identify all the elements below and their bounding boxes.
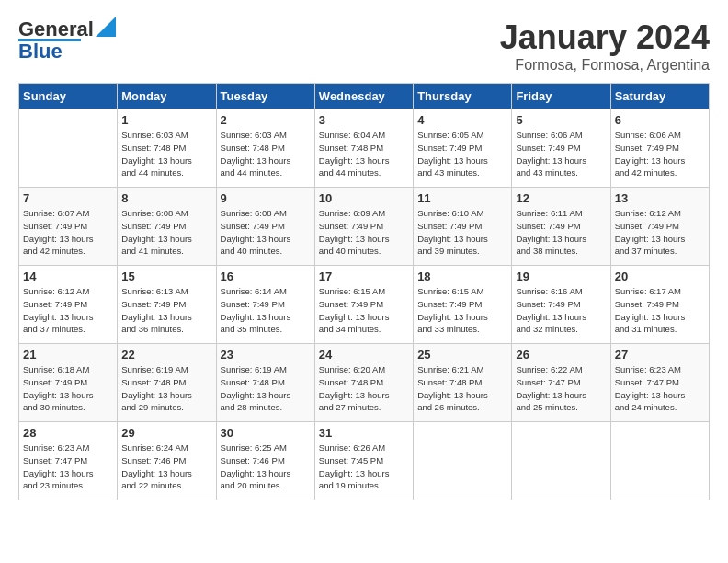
day-number: 29: [121, 426, 211, 440]
calendar-cell: 27Sunrise: 6:23 AMSunset: 7:47 PMDayligh…: [610, 344, 709, 422]
day-number: 26: [516, 348, 606, 362]
calendar-cell: [414, 422, 512, 500]
cell-info: Sunrise: 6:26 AMSunset: 7:45 PMDaylight:…: [319, 442, 409, 492]
day-number: 23: [221, 348, 311, 362]
week-row-4: 21Sunrise: 6:18 AMSunset: 7:49 PMDayligh…: [19, 344, 710, 422]
cell-info: Sunrise: 6:16 AMSunset: 7:49 PMDaylight:…: [516, 285, 606, 336]
title-block: January 2024 Formosa, Formosa, Argentina: [500, 18, 710, 74]
cell-info: Sunrise: 6:18 AMSunset: 7:49 PMDaylight:…: [23, 363, 113, 414]
calendar-cell: 11Sunrise: 6:10 AMSunset: 7:49 PMDayligh…: [414, 188, 512, 266]
day-number: 2: [221, 113, 311, 127]
calendar-cell: 8Sunrise: 6:08 AMSunset: 7:49 PMDaylight…: [118, 188, 216, 266]
cell-info: Sunrise: 6:19 AMSunset: 7:48 PMDaylight:…: [121, 363, 211, 414]
location: Formosa, Formosa, Argentina: [500, 57, 710, 74]
day-number: 12: [516, 191, 606, 205]
cell-info: Sunrise: 6:19 AMSunset: 7:48 PMDaylight:…: [221, 363, 311, 414]
cell-info: Sunrise: 6:08 AMSunset: 7:49 PMDaylight:…: [121, 207, 211, 258]
day-number: 16: [221, 270, 311, 283]
cell-info: Sunrise: 6:06 AMSunset: 7:49 PMDaylight:…: [615, 129, 705, 179]
day-number: 30: [221, 426, 311, 440]
day-number: 1: [121, 113, 211, 127]
day-number: 19: [516, 270, 606, 283]
day-number: 25: [417, 348, 507, 362]
calendar-cell: 17Sunrise: 6:15 AMSunset: 7:49 PMDayligh…: [314, 266, 413, 344]
day-number: 13: [615, 191, 705, 205]
calendar-cell: 10Sunrise: 6:09 AMSunset: 7:49 PMDayligh…: [314, 188, 413, 266]
calendar-cell: 14Sunrise: 6:12 AMSunset: 7:49 PMDayligh…: [19, 266, 118, 344]
day-number: 7: [23, 191, 113, 205]
cell-info: Sunrise: 6:05 AMSunset: 7:49 PMDaylight:…: [417, 129, 507, 179]
day-number: 11: [417, 191, 507, 205]
svg-marker-0: [96, 17, 116, 37]
day-number: 14: [23, 270, 113, 283]
calendar-cell: [512, 422, 610, 500]
day-number: 15: [121, 270, 211, 283]
cell-info: Sunrise: 6:20 AMSunset: 7:48 PMDaylight:…: [319, 363, 409, 414]
day-number: 18: [417, 270, 507, 283]
calendar-cell: 21Sunrise: 6:18 AMSunset: 7:49 PMDayligh…: [19, 344, 118, 422]
month-year: January 2024: [500, 18, 710, 57]
cell-info: Sunrise: 6:12 AMSunset: 7:49 PMDaylight:…: [23, 285, 113, 336]
day-number: 21: [23, 348, 113, 362]
cell-info: Sunrise: 6:09 AMSunset: 7:49 PMDaylight:…: [319, 207, 409, 258]
page-header: General Blue January 2024 Formosa, Formo…: [18, 18, 710, 74]
cell-info: Sunrise: 6:11 AMSunset: 7:49 PMDaylight:…: [516, 207, 606, 258]
cell-info: Sunrise: 6:10 AMSunset: 7:49 PMDaylight:…: [417, 207, 507, 258]
calendar-cell: 7Sunrise: 6:07 AMSunset: 7:49 PMDaylight…: [19, 188, 118, 266]
day-header-thursday: Thursday: [414, 84, 512, 109]
cell-info: Sunrise: 6:21 AMSunset: 7:48 PMDaylight:…: [417, 363, 507, 414]
calendar-cell: 9Sunrise: 6:08 AMSunset: 7:49 PMDaylight…: [216, 188, 314, 266]
calendar-cell: 3Sunrise: 6:04 AMSunset: 7:48 PMDaylight…: [314, 109, 413, 188]
calendar-cell: 15Sunrise: 6:13 AMSunset: 7:49 PMDayligh…: [118, 266, 216, 344]
cell-info: Sunrise: 6:03 AMSunset: 7:48 PMDaylight:…: [121, 129, 211, 179]
logo-icon: [96, 17, 116, 37]
cell-info: Sunrise: 6:23 AMSunset: 7:47 PMDaylight:…: [23, 442, 113, 492]
cell-info: Sunrise: 6:17 AMSunset: 7:49 PMDaylight:…: [615, 285, 705, 336]
week-row-5: 28Sunrise: 6:23 AMSunset: 7:47 PMDayligh…: [19, 422, 710, 500]
cell-info: Sunrise: 6:12 AMSunset: 7:49 PMDaylight:…: [615, 207, 705, 258]
logo-blue: Blue: [18, 40, 63, 63]
cell-info: Sunrise: 6:13 AMSunset: 7:49 PMDaylight:…: [121, 285, 211, 336]
day-number: 24: [319, 348, 409, 362]
day-header-friday: Friday: [512, 84, 610, 109]
calendar-cell: 5Sunrise: 6:06 AMSunset: 7:49 PMDaylight…: [512, 109, 610, 188]
calendar-cell: 28Sunrise: 6:23 AMSunset: 7:47 PMDayligh…: [19, 422, 118, 500]
day-header-wednesday: Wednesday: [314, 84, 413, 109]
week-row-2: 7Sunrise: 6:07 AMSunset: 7:49 PMDaylight…: [19, 188, 710, 266]
day-number: 31: [319, 426, 409, 440]
cell-info: Sunrise: 6:15 AMSunset: 7:49 PMDaylight:…: [319, 285, 409, 336]
calendar-cell: 16Sunrise: 6:14 AMSunset: 7:49 PMDayligh…: [216, 266, 314, 344]
calendar-cell: 24Sunrise: 6:20 AMSunset: 7:48 PMDayligh…: [314, 344, 413, 422]
calendar-cell: 25Sunrise: 6:21 AMSunset: 7:48 PMDayligh…: [414, 344, 512, 422]
cell-info: Sunrise: 6:04 AMSunset: 7:48 PMDaylight:…: [319, 129, 409, 179]
day-header-sunday: Sunday: [19, 84, 118, 109]
cell-info: Sunrise: 6:22 AMSunset: 7:47 PMDaylight:…: [516, 363, 606, 414]
calendar-cell: 30Sunrise: 6:25 AMSunset: 7:46 PMDayligh…: [216, 422, 314, 500]
day-number: 8: [121, 191, 211, 205]
cell-info: Sunrise: 6:25 AMSunset: 7:46 PMDaylight:…: [221, 442, 311, 492]
day-number: 4: [417, 113, 507, 127]
day-header-saturday: Saturday: [610, 84, 709, 109]
calendar-cell: 20Sunrise: 6:17 AMSunset: 7:49 PMDayligh…: [610, 266, 709, 344]
calendar-cell: 26Sunrise: 6:22 AMSunset: 7:47 PMDayligh…: [512, 344, 610, 422]
day-number: 9: [221, 191, 311, 205]
calendar-cell: 4Sunrise: 6:05 AMSunset: 7:49 PMDaylight…: [414, 109, 512, 188]
header-row: SundayMondayTuesdayWednesdayThursdayFrid…: [19, 84, 710, 109]
calendar-cell: 1Sunrise: 6:03 AMSunset: 7:48 PMDaylight…: [118, 109, 216, 188]
calendar-cell: 2Sunrise: 6:03 AMSunset: 7:48 PMDaylight…: [216, 109, 314, 188]
calendar-table: SundayMondayTuesdayWednesdayThursdayFrid…: [18, 83, 710, 500]
day-number: 5: [516, 113, 606, 127]
calendar-cell: [19, 109, 118, 188]
calendar-cell: 19Sunrise: 6:16 AMSunset: 7:49 PMDayligh…: [512, 266, 610, 344]
calendar-cell: 6Sunrise: 6:06 AMSunset: 7:49 PMDaylight…: [610, 109, 709, 188]
day-header-tuesday: Tuesday: [216, 84, 314, 109]
cell-info: Sunrise: 6:23 AMSunset: 7:47 PMDaylight:…: [615, 363, 705, 414]
calendar-cell: [610, 422, 709, 500]
day-number: 10: [319, 191, 409, 205]
day-header-monday: Monday: [118, 84, 216, 109]
cell-info: Sunrise: 6:08 AMSunset: 7:49 PMDaylight:…: [221, 207, 311, 258]
calendar-cell: 13Sunrise: 6:12 AMSunset: 7:49 PMDayligh…: [610, 188, 709, 266]
cell-info: Sunrise: 6:14 AMSunset: 7:49 PMDaylight:…: [221, 285, 311, 336]
logo-general: General: [18, 18, 94, 40]
calendar-cell: 29Sunrise: 6:24 AMSunset: 7:46 PMDayligh…: [118, 422, 216, 500]
